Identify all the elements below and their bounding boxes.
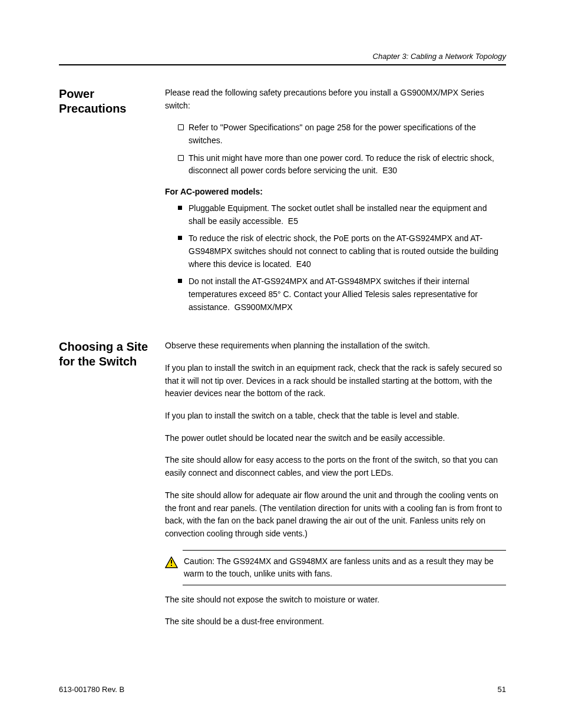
power-square-list: Pluggable Equipment. The socket outlet s… — [165, 202, 506, 314]
site-p2: If you plan to install the switch in an … — [165, 362, 506, 400]
ref-code: E5 — [283, 216, 298, 226]
power-open-list: Refer to "Power Specifications" on page … — [165, 121, 506, 177]
ref-code: E30 — [378, 166, 397, 175]
site-p8: The site should be a dust-free environme… — [165, 615, 506, 628]
header-rule — [59, 64, 506, 65]
power-intro: Please read the following safety precaut… — [165, 87, 506, 112]
site-p3: If you plan to install the switch on a t… — [165, 410, 506, 423]
section-body-site: Observe these requirements when planning… — [165, 340, 506, 638]
section-title-power: Power Precautions — [59, 87, 165, 116]
caution-block: Caution: The GS924MX and GS948MX are fan… — [165, 550, 506, 585]
svg-rect-1 — [171, 560, 172, 564]
list-item-text: To reduce the risk of electric shock, th… — [189, 233, 498, 268]
ref-code: E40 — [292, 259, 311, 269]
caution-text: Caution: The GS924MX and GS948MX are fan… — [184, 555, 506, 580]
list-item: Refer to "Power Specifications" on page … — [178, 121, 506, 147]
list-item: Do not install the AT-GS924MPX and AT-GS… — [178, 275, 506, 314]
list-item-text: Pluggable Equipment. The socket outlet s… — [189, 203, 487, 226]
warning-icon — [165, 556, 178, 572]
ref-code: GS900MX/MPX — [230, 302, 293, 312]
svg-rect-2 — [171, 565, 172, 566]
section-body-power: Please read the following safety precaut… — [165, 87, 506, 322]
page-header-right: Chapter 3: Cabling a Network Topology — [59, 52, 506, 61]
site-p7: The site should not expose the switch to… — [165, 594, 506, 607]
caution-rule-top — [183, 550, 506, 551]
footer-left: 613-001780 Rev. B — [59, 685, 124, 694]
site-p6: The site should allow for adequate air f… — [165, 489, 506, 541]
site-p1: Observe these requirements when planning… — [165, 340, 506, 353]
list-item: This unit might have more than one power… — [178, 152, 506, 177]
list-item: Pluggable Equipment. The socket outlet s… — [178, 202, 506, 228]
site-p5: The site should allow for easy access to… — [165, 454, 506, 479]
list-item-text: This unit might have more than one power… — [189, 153, 494, 176]
section-title-site: Choosing a Site for the Switch — [59, 340, 165, 369]
footer-page-number: 51 — [498, 685, 506, 694]
caution-rule-bottom — [183, 585, 506, 585]
site-p4: The power outlet should be located near … — [165, 432, 506, 445]
ac-models-label: For AC-powered models: — [165, 186, 506, 199]
list-item: To reduce the risk of electric shock, th… — [178, 232, 506, 271]
